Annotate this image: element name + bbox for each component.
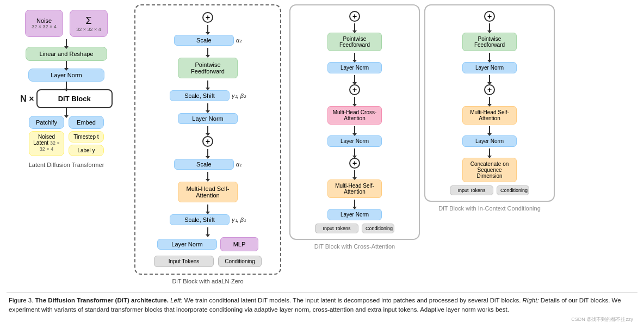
cross-attn-diagram: + Pointwise Feedforward Layer Norm + Mul… [289,4,420,250]
arrow9 [207,227,208,235]
ca-layernorm2: Layer Norm [327,135,382,147]
ca-bottom-row: Input Tokens Conditioning [315,224,394,233]
mha-box: Multi-Head Self-Attention [178,182,238,202]
adaln-block-container: + Scale α₂ Pointwise Feedforward [134,4,281,275]
scale-shift1-label: Scale, Shift [184,216,215,223]
label-label: Label y [77,147,95,153]
arrow8 [207,205,208,212]
top-boxes: Noise 32 × 32 × 4 Σ 32 × 32 × 4 [25,10,108,37]
ca-mha-cross: Multi-Head Cross-Attention [327,106,382,125]
ic-arrow6 [489,148,490,156]
ic-mid-plus: + [484,84,495,95]
scale2-row: Scale α₁ [174,159,242,170]
ic-it-label: Input Tokens [458,188,486,193]
figure-caption: Figure 3. The Diffusion Transformer (DiT… [7,292,637,315]
arrow5 [207,126,208,134]
embed-label: Embed [77,119,96,126]
pointwise-label: Pointwise Feedforward [191,61,225,75]
patchify-box: Patchify [29,116,64,129]
ic-arrow2 [489,53,490,60]
ic-bottom-row: Input Tokens Conditioning [450,185,529,195]
mid-circle-plus: + [202,136,213,147]
right-diagrams: + Pointwise Feedforward Layer Norm + Mul… [289,4,637,250]
input-tokens-label: Input Tokens [169,258,200,264]
diagrams-row: Noise 32 × 32 × 4 Σ 32 × 32 × 4 Linear a… [7,4,637,284]
scale-shift1-row: Scale, Shift γ₁, β₁ [170,214,246,225]
layer-norm1-label: Layer Norm [171,241,202,247]
ic-arrow1 [489,23,490,31]
gamma2-beta2-label: γ₂, β₂ [232,92,246,100]
ic-arrow5 [489,126,490,134]
main-container: Noise 32 × 32 × 4 Σ 32 × 32 × 4 Linear a… [0,0,644,322]
ca-arrow8 [354,200,355,207]
arrow2 [207,48,208,55]
layer-norm-label-top: Layer Norm [51,72,82,78]
ic-pointwise-label: Pointwise Feedforward [474,36,505,48]
conditioning-label: Conditioning [225,258,255,264]
scale-shift2-label: Scale, Shift [184,92,215,99]
ca-cond-label: Conditioning [366,226,393,231]
arrow-layernorm-down [66,82,67,89]
layer-norm2-mid: Layer Norm [178,113,238,124]
ca-arrow7 [354,170,355,178]
arrow-dit-down [66,108,67,116]
caption-italic-left: Left: [170,297,182,304]
mlp-box: MLP [220,237,258,251]
nx-label: N × [20,94,34,104]
ca-conditioning: Conditioning [362,224,394,233]
scale2-box: Scale [174,159,234,170]
ca-layernorm3: Layer Norm [327,62,382,73]
ca-ln2-label: Layer Norm [340,138,369,144]
ca-mha-self-label: Multi-Head Self-Attention [335,183,374,195]
ic-top-plus: + [484,11,495,22]
incontext-label: DiT Block with In-Context Conditioning [438,205,541,212]
scale1-box: Scale [174,35,234,46]
ic-ln2-label: Layer Norm [475,65,504,71]
incontext-diagram: + Pointwise Feedforward Layer Norm + Mul… [424,4,555,250]
ca-arrow6 [354,148,355,156]
sigma-box: Σ 32 × 32 × 4 [70,10,108,37]
timestep-box: Timestep t [69,131,104,143]
ca-input-tokens: Input Tokens [315,224,358,233]
alpha2-label: α₂ [236,37,242,44]
top-circle-plus: + [202,12,213,23]
middle-diagram: + Scale α₂ Pointwise Feedforward [132,4,284,284]
arrow6 [207,149,208,157]
ic-pointwise: Pointwise Feedforward [462,33,517,51]
middle-conditioning: Conditioning [218,256,262,267]
incontext-block: + Pointwise Feedforward Layer Norm + Mul… [424,4,555,202]
ic-conditioning: Conditioning [497,185,529,195]
ic-layernorm2: Layer Norm [462,62,517,73]
cross-attn-label: DiT Block with Cross-Attention [314,243,395,250]
dit-block-label: DiT Block [58,95,91,103]
arrow-linear-down [66,61,67,69]
ca-bot-plus: + [349,158,360,169]
ca-arrow3 [354,75,355,83]
mha-label: Multi-Head Self-Attention [187,185,230,199]
ic-concat: Concatenate on Sequence Dimension [462,158,517,182]
ca-arrow5 [354,126,355,134]
ic-arrow4 [489,97,490,104]
alpha1-label: α₁ [236,161,242,168]
arrow3 [207,81,208,88]
scale-shift2-row: Scale, Shift γ₂, β₂ [170,90,246,101]
noise-label: Noise [36,17,52,24]
label-box: Label y [69,145,104,156]
middle-bottom-row: Input Tokens Conditioning [154,256,262,267]
gamma1-beta1-label: γ₁, β₁ [232,216,246,224]
caption-text1: We train conditional latent DiT models. … [184,297,521,304]
ic-input-tokens: Input Tokens [450,185,493,195]
left-diagram-label: Latent Diffusion Transformer [29,162,104,168]
arrow-noise-down [66,39,67,47]
arrow-top [207,25,208,33]
ca-arrow1 [354,23,355,31]
sigma-symbol: Σ [85,15,91,27]
ic-cond-label: Conditioning [500,188,528,193]
watermark: CSDN @找不到的都不挂zzy [7,316,637,323]
dit-block-box: DiT Block [36,89,113,108]
ca-mha-self: Multi-Head Self-Attention [327,179,382,198]
noise-size: 32 × 32 × 4 [32,24,57,29]
embed-box: Embed [69,116,104,129]
ca-pointwise-label: Pointwise Feedforward [339,36,370,48]
noise-box: Noise 32 × 32 × 4 [25,10,63,37]
